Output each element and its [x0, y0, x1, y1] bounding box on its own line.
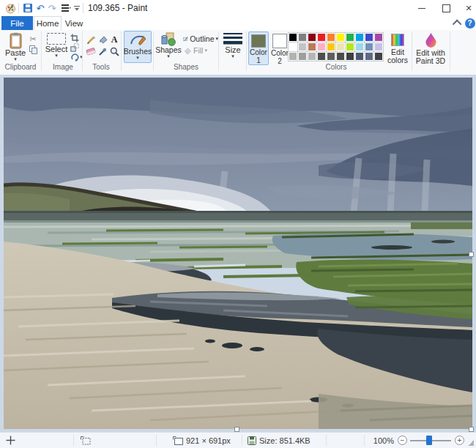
palette-color[interactable] [289, 33, 297, 42]
tab-file[interactable]: File [1, 16, 33, 30]
palette-color[interactable] [346, 33, 354, 42]
maximize-button[interactable] [437, 0, 455, 16]
palette-color[interactable] [298, 42, 307, 51]
group-separator [41, 31, 42, 71]
palette-color[interactable] [317, 52, 326, 61]
fill-option-button[interactable]: Fill ▾ [183, 45, 212, 56]
palette-color[interactable] [317, 33, 326, 42]
copy-button[interactable] [27, 45, 39, 55]
palette-color[interactable] [289, 52, 297, 61]
maximize-icon [442, 4, 450, 12]
paste-button[interactable]: Paste ▾ [3, 32, 28, 61]
palette-color[interactable] [365, 33, 373, 42]
redo-button[interactable]: ↷ [46, 0, 58, 16]
shapes-button[interactable]: Shapes ▾ [155, 32, 182, 59]
palette-color[interactable] [298, 52, 307, 61]
palette-color[interactable] [289, 42, 297, 51]
group-label-clipboard: Clipboard [0, 63, 41, 71]
select-button[interactable]: Select ▾ [44, 32, 69, 58]
color1-button[interactable]: Color 1 [248, 31, 269, 65]
close-button[interactable]: ✕ [460, 0, 476, 16]
palette-color[interactable] [374, 52, 383, 61]
pencil-tool-button[interactable] [85, 34, 97, 45]
canvas-size-icon [173, 433, 183, 448]
file-size-icon [248, 433, 256, 448]
palette-color[interactable] [346, 52, 354, 61]
cut-button[interactable]: ✂ [27, 34, 39, 44]
zoom-out-button[interactable]: − [398, 433, 407, 448]
select-caret-icon: ▾ [55, 53, 58, 58]
zoom-in-icon: + [455, 436, 464, 445]
group-separator [450, 31, 450, 71]
group-separator [412, 31, 412, 71]
paint-window: ↶ ↷ 109.365 - Paint ✕ File Home View ? P… [0, 0, 476, 448]
statusbar-separator [364, 435, 365, 446]
zoom-slider-thumb[interactable] [426, 436, 432, 445]
palette-color[interactable] [308, 52, 316, 61]
palette-color[interactable] [327, 52, 335, 61]
palette-color[interactable] [308, 33, 316, 42]
edit-with-paint3d-button[interactable]: Edit with Paint 3D [414, 32, 447, 65]
outline-button[interactable]: Outline ▾ [183, 34, 218, 44]
minimize-button[interactable] [413, 0, 431, 16]
palette-color[interactable] [317, 42, 326, 51]
palette-color[interactable] [374, 42, 383, 51]
crop-button[interactable] [69, 33, 81, 43]
paint-canvas[interactable] [4, 78, 472, 429]
statusbar-separator [73, 435, 74, 446]
canvas-area [0, 75, 476, 432]
outline-icon [183, 34, 188, 43]
palette-color[interactable] [336, 33, 345, 42]
palette-color[interactable] [346, 42, 354, 51]
palette-color[interactable] [327, 33, 335, 42]
color1-swatch [251, 34, 266, 48]
collapse-ribbon-icon[interactable] [453, 16, 463, 30]
size-button[interactable]: Size ▾ [221, 33, 245, 59]
group-separator [121, 31, 122, 71]
customize-toolbar-button[interactable] [59, 0, 73, 16]
canvas-resize-handle-corner[interactable] [469, 427, 474, 432]
palette-color[interactable] [355, 33, 364, 42]
zoom-out-icon: − [398, 436, 407, 445]
painting [4, 78, 472, 429]
color2-button[interactable]: Color 2 [270, 31, 289, 67]
resize-grip[interactable] [468, 440, 474, 446]
brushes-button[interactable]: Brushes ▾ [124, 31, 152, 63]
save-button[interactable] [21, 0, 34, 16]
palette-color[interactable] [336, 52, 345, 61]
minimize-icon [418, 8, 425, 9]
statusbar-separator [326, 435, 327, 446]
zoom-in-button[interactable]: + [455, 433, 464, 448]
help-button[interactable]: ? [464, 16, 475, 30]
qat-dropdown-icon[interactable] [72, 0, 81, 16]
brushes-caret-icon: ▾ [136, 56, 139, 60]
fill-tool-button[interactable] [97, 34, 108, 45]
edit-colors-button[interactable]: Edit colors [385, 34, 410, 64]
statusbar-separator [156, 435, 157, 446]
palette-color[interactable] [355, 42, 364, 51]
toolbar-separator [83, 3, 83, 13]
color-picker-tool-button[interactable] [97, 46, 108, 56]
tab-view[interactable]: View [62, 16, 86, 30]
eraser-tool-button[interactable] [85, 46, 97, 56]
magnifier-tool-button[interactable] [108, 46, 120, 56]
tab-home[interactable]: Home [34, 16, 62, 30]
toolbar-separator [18, 3, 19, 13]
palette-color[interactable] [298, 33, 307, 42]
palette-color[interactable] [365, 42, 373, 51]
palette-color[interactable] [336, 42, 345, 51]
text-tool-button[interactable]: A [108, 34, 120, 45]
cursor-position-icon [6, 433, 15, 448]
palette-color[interactable] [355, 52, 364, 61]
window-title: 109.365 - Paint [88, 0, 147, 16]
palette-color[interactable] [365, 52, 373, 61]
zoom-level-value: 100% [371, 433, 394, 448]
canvas-resize-handle-right[interactable] [469, 252, 474, 257]
palette-color[interactable] [374, 33, 383, 42]
palette-color[interactable] [327, 42, 335, 51]
ribbon: Paste ▾ ✂ Clipboard Select ▾ ▾ Image [0, 30, 476, 75]
resize-button[interactable] [69, 42, 81, 53]
undo-button[interactable]: ↶ [34, 0, 46, 16]
palette-color[interactable] [308, 42, 316, 51]
canvas-resize-handle-bottom[interactable] [234, 427, 239, 432]
